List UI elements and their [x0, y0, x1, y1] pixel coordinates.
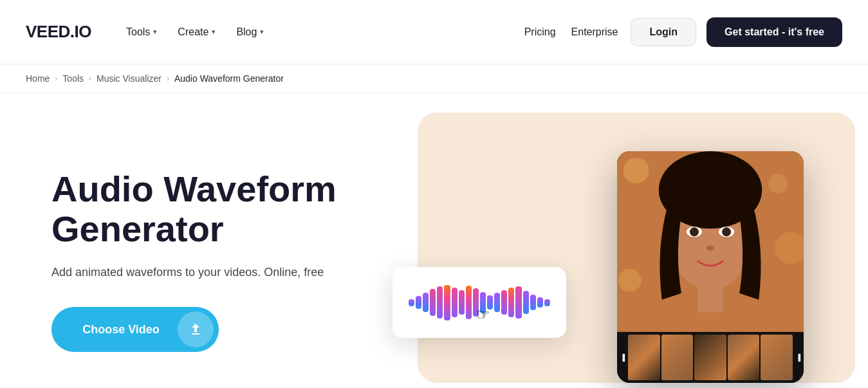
waveform-bar	[452, 288, 457, 318]
upload-icon	[188, 322, 203, 337]
upload-icon-wrap	[178, 311, 214, 347]
waveform-bar	[416, 296, 421, 308]
nav-group: Tools ▾ Create ▾ Blog ▾	[117, 21, 515, 43]
svg-rect-0	[192, 333, 199, 335]
hero-visual: ☞	[373, 132, 842, 388]
video-main-image	[617, 151, 804, 332]
breadcrumb-current: Audio Waveform Generator	[174, 73, 284, 84]
waveform-bar	[466, 286, 472, 319]
breadcrumb-home[interactable]: Home	[26, 73, 50, 84]
cursor-icon: ☞	[476, 306, 490, 324]
pricing-link[interactable]: Pricing	[522, 21, 559, 43]
choose-video-label: Choose Video	[51, 323, 178, 337]
filmstrip-frame	[694, 335, 726, 380]
filmstrip-frame	[628, 335, 660, 380]
login-button[interactable]: Login	[631, 18, 696, 46]
choose-video-button[interactable]: Choose Video	[51, 307, 219, 352]
waveform-card: ☞	[392, 267, 566, 338]
hero-subtitle: Add animated waveforms to your videos. O…	[51, 264, 373, 281]
waveform-bar	[494, 293, 500, 312]
chevron-down-icon: ▾	[260, 28, 264, 36]
waveform-bar	[444, 285, 450, 320]
waveform-bar	[544, 299, 550, 306]
waveform-bar	[437, 286, 443, 319]
enterprise-link[interactable]: Enterprise	[569, 21, 621, 43]
nav-item-create[interactable]: Create ▾	[169, 21, 225, 43]
waveform-bar	[423, 293, 429, 312]
waveform-bar	[508, 288, 514, 318]
waveform-bar	[530, 295, 536, 311]
filmstrip-frame	[728, 335, 760, 380]
navbar: VEED.IO Tools ▾ Create ▾ Blog ▾ Pricing …	[0, 0, 868, 64]
chevron-down-icon: ▾	[212, 28, 216, 36]
svg-point-8	[722, 227, 731, 236]
waveform-bar	[515, 286, 521, 319]
filmstrip-frame	[761, 335, 793, 380]
breadcrumb-music-visualizer[interactable]: Music Visualizer	[97, 73, 162, 84]
nav-item-tools[interactable]: Tools ▾	[117, 21, 166, 43]
waveform-bar	[501, 290, 507, 315]
hero-section: Audio Waveform Generator Add animated wa…	[0, 93, 868, 388]
waveform-bar	[523, 291, 529, 314]
breadcrumb-separator: ›	[89, 74, 91, 83]
waveform-bar	[430, 289, 436, 315]
video-thumbnail	[617, 151, 804, 332]
svg-rect-4	[697, 281, 723, 313]
logo[interactable]: VEED.IO	[26, 22, 91, 42]
video-illustration	[617, 151, 804, 332]
chevron-down-icon: ▾	[153, 28, 157, 36]
breadcrumb-tools[interactable]: Tools	[62, 73, 84, 84]
svg-point-10	[623, 158, 649, 183]
waveform-bar	[459, 290, 465, 315]
breadcrumb-separator: ›	[167, 74, 169, 83]
waveform-bar	[409, 299, 414, 306]
video-preview-card: ▐ ▐	[617, 151, 804, 383]
hero-text: Audio Waveform Generator Add animated wa…	[51, 169, 373, 352]
svg-point-6	[690, 227, 699, 236]
waveform-bar	[537, 297, 543, 308]
filmstrip-frame	[661, 335, 694, 380]
nav-right: Pricing Enterprise Login Get started - i…	[522, 17, 842, 47]
svg-point-13	[618, 269, 642, 292]
get-started-button[interactable]: Get started - it's free	[706, 17, 842, 47]
breadcrumb: Home › Tools › Music Visualizer › Audio …	[0, 64, 868, 93]
video-filmstrip: ▐ ▐	[617, 332, 804, 383]
svg-point-9	[706, 245, 714, 250]
nav-item-blog[interactable]: Blog ▾	[227, 21, 273, 43]
filmstrip-icon-left: ▐	[618, 354, 627, 361]
filmstrip-icon-right: ▐	[794, 354, 802, 361]
svg-point-11	[768, 174, 788, 193]
breadcrumb-separator: ›	[55, 74, 57, 83]
page-title: Audio Waveform Generator	[51, 169, 373, 248]
